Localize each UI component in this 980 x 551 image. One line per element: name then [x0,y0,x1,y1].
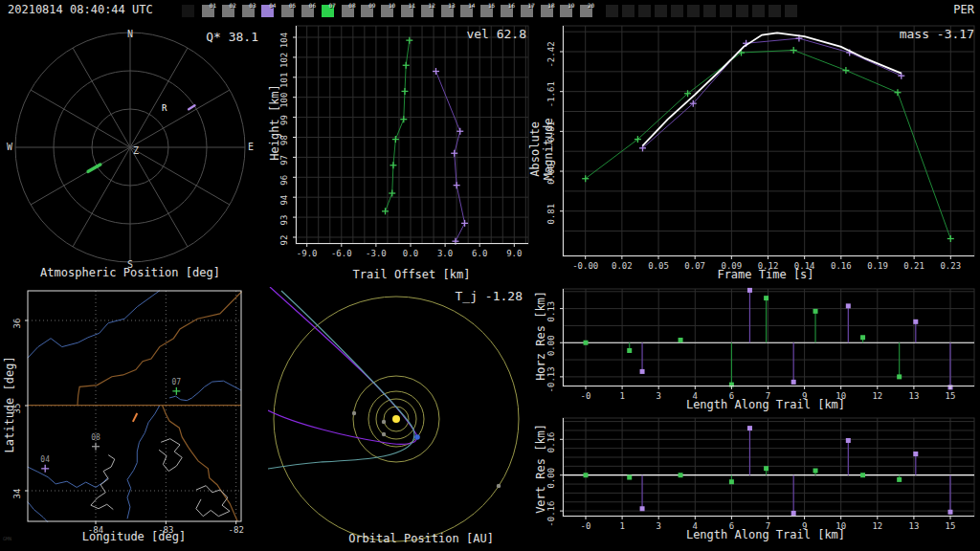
trail-xaxis-label: Trail Offset [km] [316,269,507,282]
frame-box-12[interactable]: 12 [421,5,434,17]
frame-box-number: 05 [289,2,296,9]
shower-code: PER [938,4,974,17]
planet-mercury [382,420,386,424]
frame-box-15[interactable]: 15 [480,5,493,17]
horz-residuals-plot: -0134679101213150.130.00-0.13 [536,287,980,416]
frame-box-blank [182,5,194,17]
svg-text:15: 15 [946,391,956,401]
svg-text:1: 1 [619,521,624,531]
svg-text:93: 93 [279,215,289,226]
atmospheric-position-plot: RNESWZ [0,23,268,287]
watermark: GMN [3,537,32,542]
frame-box-06[interactable]: 06 [301,5,314,17]
frame-box-16[interactable]: 16 [501,5,513,17]
svg-text:0.05: 0.05 [648,261,669,271]
frame-box-number: 16 [508,2,515,9]
frame-box-11[interactable]: 11 [401,5,413,17]
station-marker-07: 07 [172,378,182,395]
map-xaxis-label: Longitude [deg] [57,531,211,544]
svg-text:34: 34 [12,489,22,499]
frame-box-13[interactable]: 13 [441,5,454,17]
orbital-position-plot [268,287,536,551]
frame-box-number: 19 [568,2,574,9]
svg-text:Z: Z [133,145,139,156]
frame-box-07[interactable]: 07 [322,5,334,17]
frame-box-18[interactable]: 18 [541,5,553,17]
svg-text:13: 13 [908,521,919,531]
atmospheric-plot-title: Atmospheric Position [deg] [15,267,245,280]
frame-box-05[interactable]: 05 [281,5,294,17]
svg-text:N: N [127,29,133,39]
svg-text:102: 102 [279,53,289,68]
trail-offset-plot: -9.0-6.0-3.00.03.06.09.01041021011009998… [268,23,536,287]
svg-text:96: 96 [279,175,289,186]
frame-box-empty [687,5,700,17]
frame-box-number: 04 [269,2,276,9]
svg-text:6.0: 6.0 [472,249,487,258]
planet-venus [382,432,386,436]
frame-box-empty [606,5,618,17]
frame-box-09[interactable]: 09 [361,5,373,17]
frame-box-empty [752,5,765,17]
frame-box-empty [736,5,748,17]
frame-box-17[interactable]: 17 [521,5,533,17]
frame-box-empty [638,5,651,17]
frame-box-01[interactable]: 01 [202,5,214,17]
frame-box-number: 15 [488,2,495,9]
orbit-plot-title: Orbital Position [AU] [306,533,536,546]
svg-text:E: E [248,142,254,152]
frame-box-08[interactable]: 08 [342,5,354,17]
trajectory-solution-07 [268,291,414,469]
frame-strip: 0102030405060708091011121314151617181920 [182,3,813,20]
tisserand-annotation: T_j -1.28 [421,290,523,304]
trail-yaxis-label: Height [km] [269,75,282,170]
svg-text:-0: -0 [581,391,591,401]
vert-res-xaxis-label: Length Along Trail [km] [660,529,871,542]
svg-text:-2.42: -2.42 [546,41,556,67]
frame-box-number: 01 [210,2,216,9]
frame-box-number: 18 [547,2,554,9]
frame-box-10[interactable]: 10 [381,5,393,17]
vert-res-yaxis-label: Vert Res [km] [535,416,548,521]
frame-box-number: 12 [429,2,435,9]
svg-text:1: 1 [619,391,624,401]
magnitude-yaxis-label: Absolute Magnitude [529,87,556,211]
frame-box-empty [703,5,716,17]
sun [392,415,400,423]
frame-box-empty [768,5,781,17]
svg-text:-3.0: -3.0 [366,249,387,258]
frame-box-02[interactable]: 02 [222,5,234,17]
frame-box-number: 14 [468,2,475,9]
svg-text:08: 08 [91,433,100,442]
frame-box-03[interactable]: 03 [242,5,255,17]
planet-jupiter [497,484,501,488]
frame-box-number: 03 [249,2,256,9]
map-yaxis-label: Latitude [deg] [4,352,17,457]
frame-box-04[interactable]: 04 [261,5,274,17]
svg-text:W: W [7,142,13,152]
svg-text:12: 12 [872,391,882,401]
frame-box-number: 02 [230,2,236,9]
frame-box-number: 06 [309,2,316,9]
svg-text:0.02: 0.02 [612,261,633,271]
frame-box-empty [785,5,797,17]
frame-box-14[interactable]: 14 [460,5,473,17]
planet-earth [414,434,420,440]
frame-box-number: 07 [329,2,336,9]
frame-box-19[interactable]: 19 [560,5,572,17]
svg-text:07: 07 [172,378,182,386]
svg-text:0.0: 0.0 [403,249,418,258]
svg-text:15: 15 [946,521,956,531]
horz-res-yaxis-label: Horz Res [km] [535,283,548,388]
frame-box-empty [671,5,683,17]
meteor-trajectory-viewer: 20210814 08:40:44 UTC 010203040506070809… [0,0,980,551]
svg-text:9.0: 9.0 [506,249,522,258]
frame-box-number: 08 [348,2,355,9]
horz-res-xaxis-label: Length Along Trail [km] [660,399,871,412]
frame-box-number: 13 [448,2,455,9]
ground-map-plot: 040708-84-83-82363534 [0,287,268,551]
frame-box-20[interactable]: 20 [580,5,592,17]
svg-text:0.19: 0.19 [867,261,888,271]
svg-text:3.0: 3.0 [437,249,453,258]
svg-text:-0: -0 [581,521,591,531]
